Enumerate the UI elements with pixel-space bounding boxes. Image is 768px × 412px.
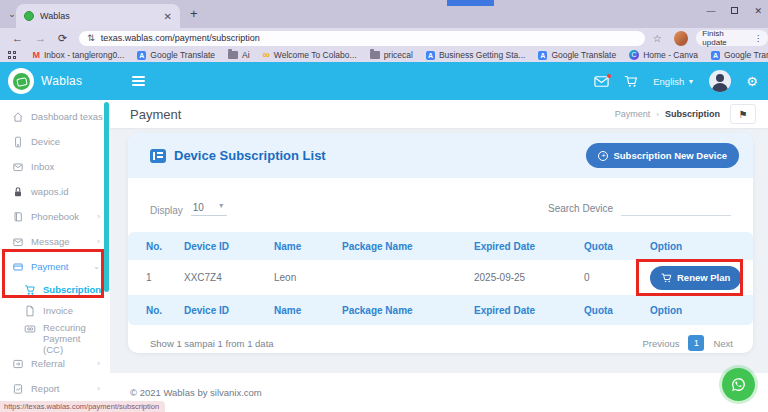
whatsapp-button[interactable] xyxy=(722,368,755,401)
bookmark-item[interactable]: AGoogle Translate xyxy=(538,50,616,60)
address-bar[interactable]: ⇅ texas.wablas.com/payment/subscription xyxy=(79,31,644,46)
browser-menu-icon[interactable]: ⋮ xyxy=(754,34,762,43)
brand[interactable]: Wablas xyxy=(0,68,110,94)
close-button[interactable]: ✕ xyxy=(754,6,762,16)
sidebar-toggle-icon[interactable] xyxy=(132,76,145,86)
chevron-right-icon: › xyxy=(97,384,100,393)
status-bar: https://texas.wablas.com/payment/subscri… xyxy=(0,401,165,412)
bookmark-item[interactable]: pricecal xyxy=(370,50,413,60)
breadcrumb: Payment › Subscription xyxy=(615,109,720,119)
forward-icon[interactable]: → xyxy=(35,32,46,44)
flag-button[interactable]: ⚑ xyxy=(730,104,756,124)
notification-dot xyxy=(607,74,611,78)
wablas-favicon-icon xyxy=(24,11,34,21)
browser-tab-strip: ⌄ Wablas ✕ + — ✕ xyxy=(0,0,768,28)
home-icon xyxy=(12,111,24,123)
breadcrumb-payment[interactable]: Payment xyxy=(615,109,651,119)
breadcrumb-subscription: Subscription xyxy=(665,109,720,119)
device-id-cell: XXC7Z4 xyxy=(184,272,274,283)
finish-update-label: Finish update xyxy=(702,29,749,47)
page-title: Payment xyxy=(130,107,181,122)
bookmark-star-icon[interactable]: ☆ xyxy=(653,33,662,44)
sidebar-item-invoice[interactable]: Invoice xyxy=(0,300,110,321)
mobile-icon xyxy=(12,136,24,148)
annotation-box-renew-button xyxy=(636,259,743,296)
breadcrumb-separator: › xyxy=(656,110,659,119)
referral-icon xyxy=(12,358,24,370)
app-header: Wablas English▼ ⚙ xyxy=(0,62,768,100)
browser-tab[interactable]: Wablas ✕ xyxy=(16,4,180,28)
new-tab-button[interactable]: + xyxy=(190,6,198,21)
minimize-button[interactable]: — xyxy=(706,6,715,16)
window-controls: — ✕ xyxy=(706,2,762,20)
list-icon xyxy=(150,149,166,163)
search-label: Search Device xyxy=(548,203,613,216)
report-icon xyxy=(12,383,24,395)
sidebar-item-wapos[interactable]: wapos.id xyxy=(0,179,110,204)
cart-icon[interactable] xyxy=(624,75,638,88)
display-select[interactable]: 10 ▼ xyxy=(191,202,227,216)
bookmark-item[interactable]: ABusiness Getting Sta... xyxy=(426,50,525,60)
sidebar-item-reccuring-payment[interactable]: Reccuring Payment (CC) xyxy=(0,321,110,351)
tab-close-icon[interactable]: ✕ xyxy=(164,11,172,22)
display-label: Display xyxy=(150,205,183,216)
folder-icon xyxy=(370,51,380,59)
book-icon xyxy=(12,211,24,223)
colab-icon: ∞ xyxy=(263,50,270,60)
folder-icon xyxy=(228,51,238,59)
bookmarks-bar: MInbox - tanglerong0... AGoogle Translat… xyxy=(0,48,768,62)
sidebar-item-dashboard[interactable]: Dashboard texas xyxy=(0,104,110,129)
reload-icon[interactable]: ⟳ xyxy=(58,32,67,45)
sidebar-item-device[interactable]: Device xyxy=(0,129,110,154)
pagination-next[interactable]: Next xyxy=(713,338,733,349)
card-header: Device Subscription List + Subscription … xyxy=(128,133,753,178)
language-select[interactable]: English▼ xyxy=(653,76,694,87)
screen: ⌄ Wablas ✕ + — ✕ ← → ⟳ ⇅ texas.wablas.co… xyxy=(0,0,768,412)
chevron-right-icon: › xyxy=(97,212,100,221)
sidebar-item-report[interactable]: Report › xyxy=(0,376,110,401)
tab-title: Wablas xyxy=(40,11,158,21)
status-url: https://texas.wablas.com/payment/subscri… xyxy=(4,402,159,411)
blue-strip xyxy=(447,0,494,6)
back-icon[interactable]: ← xyxy=(12,32,23,44)
bookmark-item[interactable]: ∞Welcome To Colabo... xyxy=(263,50,357,60)
chevron-down-icon: ▼ xyxy=(687,78,694,85)
wablas-logo-icon xyxy=(8,68,34,94)
bookmark-item[interactable]: AGoogle Translate xyxy=(137,50,215,60)
sidebar-scrollbar[interactable] xyxy=(104,102,109,292)
pagination-page-1[interactable]: 1 xyxy=(688,335,704,351)
page-topbar: Payment Payment › Subscription ⚑ xyxy=(110,100,768,128)
browser-profile-avatar[interactable] xyxy=(674,31,689,46)
url-text: texas.wablas.com/payment/subscription xyxy=(101,33,260,43)
card-title: Device Subscription List xyxy=(174,148,326,163)
file-icon xyxy=(24,305,36,317)
bookmark-item[interactable]: Ai xyxy=(228,50,250,60)
mail-icon[interactable] xyxy=(594,76,609,87)
apps-grid-icon[interactable] xyxy=(8,51,16,59)
site-info-icon[interactable]: ⇅ xyxy=(87,33,95,43)
brand-name: Wablas xyxy=(41,74,82,88)
translate-icon: A xyxy=(538,51,547,60)
pagination: Previous 1 Next xyxy=(642,335,733,351)
annotation-box-payment-menu xyxy=(2,249,104,298)
canva-icon: C xyxy=(629,50,639,60)
user-avatar[interactable] xyxy=(709,70,731,92)
bookmark-item[interactable]: AGoogle Translate xyxy=(711,50,768,60)
header-actions: English▼ ⚙ xyxy=(594,70,768,92)
sidebar-item-phonebook[interactable]: Phonebook › xyxy=(0,204,110,229)
chevron-down-icon: ▼ xyxy=(218,202,225,213)
translate-icon: A xyxy=(711,51,720,60)
bookmark-item[interactable]: CHome - Canva xyxy=(629,50,698,60)
plus-icon: + xyxy=(598,151,608,161)
maximize-button[interactable] xyxy=(731,6,738,16)
gear-icon[interactable]: ⚙ xyxy=(746,74,758,89)
search-device-input[interactable] xyxy=(621,202,731,216)
sidebar-item-inbox[interactable]: Inbox xyxy=(0,154,110,179)
subscription-new-device-button[interactable]: + Subscription New Device xyxy=(586,143,739,168)
pagination-previous[interactable]: Previous xyxy=(642,338,679,349)
bookmark-item[interactable]: MInbox - tanglerong0... xyxy=(33,50,125,60)
gmail-icon: M xyxy=(33,51,41,60)
finish-update-button[interactable]: Finish update ⋮ xyxy=(696,30,768,46)
credit-card-icon xyxy=(24,323,36,335)
footer-text: © 2021 Wablas by silvanix.com xyxy=(130,387,262,398)
